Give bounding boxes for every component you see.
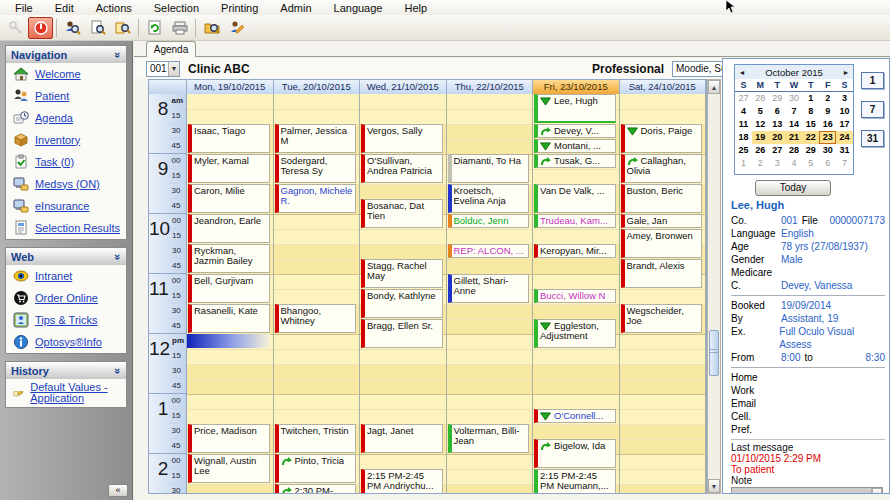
calendar-day[interactable]: 11 bbox=[735, 118, 752, 131]
time-slot[interactable] bbox=[447, 229, 533, 244]
calendar-day[interactable]: 21 bbox=[786, 131, 803, 144]
time-slot[interactable] bbox=[620, 394, 706, 409]
view-1-button[interactable]: 1 bbox=[861, 72, 884, 89]
scroll-down-arrow[interactable]: ▼ bbox=[708, 479, 720, 493]
calendar-day[interactable]: 1 bbox=[735, 157, 752, 170]
calendar-day[interactable]: 2 bbox=[752, 157, 769, 170]
calendar-day[interactable]: 31 bbox=[836, 144, 853, 157]
agenda-scrollbar[interactable]: ▲ ▼ bbox=[707, 79, 721, 494]
sidebar-item-patient[interactable]: Patient bbox=[6, 85, 126, 107]
scrollbar-thumb[interactable] bbox=[709, 330, 719, 376]
sidebar-collapse-button[interactable]: « bbox=[108, 484, 128, 497]
chevron-up-icon[interactable]: » bbox=[112, 367, 124, 373]
time-slot[interactable] bbox=[533, 274, 619, 289]
sidebar-item-label[interactable]: Patient bbox=[35, 91, 69, 102]
tab-agenda[interactable]: Agenda bbox=[146, 41, 196, 57]
time-slot[interactable] bbox=[360, 109, 446, 124]
time-slot[interactable] bbox=[447, 304, 533, 319]
calendar-day[interactable]: 14 bbox=[786, 118, 803, 131]
time-slot[interactable] bbox=[620, 289, 706, 304]
sidebar-item-label[interactable]: Welcome bbox=[35, 69, 81, 80]
appointment[interactable]: REP: ALCON, ... bbox=[448, 244, 530, 258]
calendar-day[interactable]: 18 bbox=[735, 131, 752, 144]
appointment[interactable]: Wegscheider, Joe bbox=[621, 304, 703, 333]
time-slot[interactable] bbox=[447, 109, 533, 124]
appointment[interactable]: Wignall, Austin Lee bbox=[188, 454, 270, 483]
time-slot[interactable] bbox=[274, 274, 360, 289]
today-button[interactable]: Today bbox=[755, 180, 831, 196]
power-button[interactable] bbox=[28, 17, 53, 39]
day-header-0[interactable]: Mon, 19/10/2015 bbox=[187, 80, 274, 94]
time-slot[interactable] bbox=[533, 394, 619, 409]
view-7-button[interactable]: 7 bbox=[861, 101, 884, 118]
appointment[interactable]: Bell, Gurjivam bbox=[188, 274, 270, 303]
appointment[interactable]: Doris, Paige bbox=[621, 124, 703, 153]
time-slot[interactable] bbox=[274, 244, 360, 259]
sidebar-item-label[interactable]: Tips & Tricks bbox=[35, 315, 98, 326]
appointment[interactable]: Sodergard, Teresa Sy bbox=[275, 154, 357, 183]
calendar-day[interactable]: 6 bbox=[819, 157, 836, 170]
note-input[interactable]: ▲ ▼ bbox=[731, 487, 883, 494]
time-slot[interactable] bbox=[447, 94, 533, 109]
calendar-day[interactable]: 27 bbox=[769, 144, 786, 157]
calendar-day[interactable]: 5 bbox=[802, 157, 819, 170]
appointment[interactable]: Price, Madison bbox=[188, 424, 270, 453]
time-slot[interactable] bbox=[447, 409, 533, 424]
appointment[interactable]: Stagg, Rachel May bbox=[361, 259, 443, 288]
sidebar-item-tips-tricks[interactable]: Tips & Tricks bbox=[6, 309, 126, 331]
time-slot[interactable] bbox=[620, 349, 706, 364]
sidebar-item-label[interactable]: Inventory bbox=[35, 135, 80, 146]
file-search-button[interactable] bbox=[85, 17, 110, 39]
appointment[interactable]: Twitchen, Tristin bbox=[275, 424, 357, 453]
appointment[interactable]: Ryckman, Jazmin Bailey bbox=[188, 244, 270, 273]
menu-language[interactable]: Language bbox=[325, 1, 392, 15]
view-31-button[interactable]: 31 bbox=[861, 130, 884, 147]
sidebar-item-task-0-[interactable]: Task (0) bbox=[6, 151, 126, 173]
appointment[interactable]: Gagnon, Michele R. bbox=[275, 184, 357, 213]
calendar-day[interactable]: 30 bbox=[786, 92, 803, 105]
appointment[interactable]: Keropyan, Mir... bbox=[534, 244, 616, 258]
appointment[interactable]: 2:15 PM-2:45 PM Neumann,... bbox=[534, 469, 616, 494]
calendar-day[interactable]: 22 bbox=[802, 131, 819, 144]
appointment[interactable]: Tusak, G... bbox=[534, 154, 616, 168]
appointment[interactable]: Callaghan, Olivia bbox=[621, 154, 703, 183]
calendar-day[interactable]: 24 bbox=[836, 131, 853, 144]
sidebar-item-label[interactable]: Task (0) bbox=[35, 157, 74, 168]
appointment[interactable]: Vergos, Sally bbox=[361, 124, 443, 153]
advanced-search-button[interactable] bbox=[110, 17, 135, 39]
chevron-up-icon[interactable]: » bbox=[112, 253, 124, 259]
calendar-day[interactable]: 7 bbox=[786, 105, 803, 118]
time-slot[interactable] bbox=[447, 124, 533, 139]
time-slot[interactable] bbox=[360, 349, 446, 364]
time-slot[interactable] bbox=[533, 169, 619, 184]
time-slot[interactable] bbox=[533, 349, 619, 364]
time-slot[interactable] bbox=[274, 109, 360, 124]
panel-header-web[interactable]: Web» bbox=[6, 248, 126, 265]
time-slot[interactable] bbox=[360, 229, 446, 244]
sidebar-item-optosys-info[interactable]: Optosys®Info bbox=[6, 331, 126, 353]
calendar-day[interactable]: 20 bbox=[769, 131, 786, 144]
time-slot[interactable] bbox=[620, 109, 706, 124]
calendar-day[interactable]: 26 bbox=[752, 144, 769, 157]
time-slot[interactable] bbox=[447, 484, 533, 494]
time-slot[interactable] bbox=[360, 379, 446, 394]
note-scrollbar[interactable]: ▲ ▼ bbox=[871, 488, 882, 494]
appointment[interactable]: Rasanelli, Kate bbox=[188, 304, 270, 333]
appointment[interactable]: 2:30 PM-... bbox=[275, 484, 357, 494]
appointment[interactable]: Isaac, Tiago bbox=[188, 124, 270, 153]
time-slot[interactable] bbox=[360, 94, 446, 109]
contact-button[interactable] bbox=[224, 17, 249, 39]
appointment[interactable]: Lee, Hugh bbox=[534, 94, 616, 123]
time-slot[interactable] bbox=[533, 424, 619, 439]
menu-admin[interactable]: Admin bbox=[271, 1, 320, 15]
folder-search-button[interactable] bbox=[199, 17, 224, 39]
appointment[interactable]: Gale, Jan bbox=[621, 214, 703, 228]
time-slot[interactable] bbox=[533, 379, 619, 394]
sidebar-item-medsys-on-[interactable]: Medsys (ON) bbox=[6, 173, 126, 195]
day-header-4[interactable]: Fri, 23/10/2015 bbox=[533, 80, 620, 94]
time-slot[interactable] bbox=[274, 379, 360, 394]
calendar-day[interactable]: 28 bbox=[786, 144, 803, 157]
menu-printing[interactable]: Printing bbox=[212, 1, 267, 15]
time-slot[interactable] bbox=[447, 349, 533, 364]
appointment[interactable]: 2:15 PM-2:45 PM Andriychu... bbox=[361, 469, 443, 494]
